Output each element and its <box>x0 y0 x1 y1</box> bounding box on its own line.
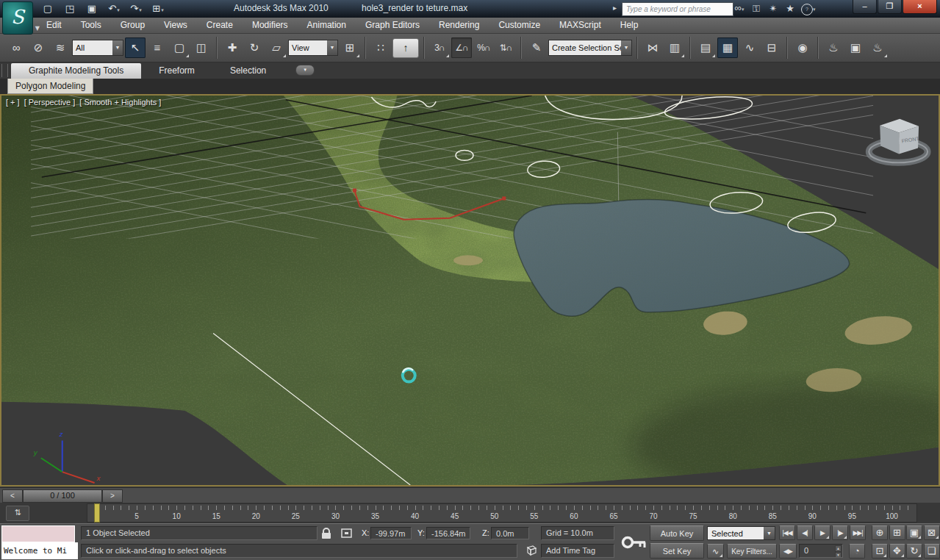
auto-key-button[interactable]: Auto Key <box>650 525 704 541</box>
open-mini-curve-editor-button[interactable]: ⇅ <box>6 506 29 521</box>
ribbon-grip-handle[interactable] <box>1 64 8 77</box>
go-to-start-button[interactable]: |◀◀ <box>779 525 795 540</box>
adaptive-degradation-cube-icon[interactable] <box>523 545 538 557</box>
z-coordinate-field[interactable]: 0.0m <box>491 527 529 539</box>
percent-snap-toggle[interactable]: %∩ <box>473 37 494 58</box>
ribbon-minimize-button[interactable]: ▼ <box>295 65 315 76</box>
minimize-button[interactable]: – <box>853 0 877 14</box>
region-zoom-button[interactable]: ⊡ <box>872 544 888 559</box>
viewport-general-menu[interactable]: [ + ] <box>6 98 20 107</box>
open-file-button[interactable]: ◳ <box>60 1 79 15</box>
zoom-all-button[interactable]: ⊞ <box>889 525 905 540</box>
snaps-toggle-3d[interactable]: 3∩ <box>429 37 450 58</box>
ribbon-tab-selection[interactable]: Selection <box>212 63 284 79</box>
ribbon-tab-graphite-modeling-tools[interactable]: Graphite Modeling Tools <box>11 63 141 79</box>
zoom-extents-button[interactable]: ▣ <box>906 525 922 540</box>
keyboard-shortcut-override-toggle[interactable]: ↑ <box>392 38 419 58</box>
new-file-button[interactable]: ▢ <box>38 1 57 15</box>
set-keys-button[interactable] <box>621 528 647 557</box>
select-object-button[interactable]: ↖ <box>125 37 146 58</box>
previous-frame-slider-button[interactable]: < <box>2 489 23 503</box>
window-crossing-toggle[interactable]: ◫ <box>191 37 212 58</box>
menu-group[interactable]: Group <box>111 18 154 33</box>
viewport-pov-menu[interactable]: [ Perspective ] <box>24 98 76 107</box>
application-menu-button[interactable]: S ▼ <box>2 1 33 35</box>
search-input[interactable] <box>622 2 733 16</box>
material-editor-button[interactable]: ◉ <box>792 37 813 58</box>
perspective-viewport[interactable]: z x y FRONT [ + ] [ Perspective ] [ Smoo… <box>0 94 940 487</box>
spinner-snap-toggle[interactable]: ⇅∩ <box>495 37 516 58</box>
tab-polygon-modeling[interactable]: Polygon Modeling <box>7 79 93 94</box>
redo-button[interactable]: ↷▾ <box>126 1 146 15</box>
next-frame-button[interactable]: |▶ <box>832 525 848 540</box>
rectangular-selection-region-button[interactable]: ▢ <box>169 37 190 58</box>
next-frame-slider-button[interactable]: > <box>102 489 123 503</box>
viewport-shading-menu[interactable]: [ Smooth + Highlights ] <box>79 98 161 107</box>
menu-maxscript[interactable]: MAXScript <box>550 18 611 33</box>
infocenter-arrow-icon[interactable]: ▸ <box>613 4 617 12</box>
current-frame-marker[interactable] <box>94 503 100 523</box>
play-button[interactable]: ▶ <box>814 525 830 540</box>
menu-views[interactable]: Views <box>154 18 197 33</box>
reference-coordinate-system-dropdown[interactable]: View▼ <box>288 40 338 56</box>
add-time-tag-field[interactable]: Add Time Tag <box>541 544 614 558</box>
undo-button[interactable]: ↶▾ <box>104 1 123 15</box>
select-and-scale-button[interactable]: ▱ <box>266 37 287 58</box>
menu-modifiers[interactable]: Modifiers <box>243 18 298 33</box>
menu-animation[interactable]: Animation <box>298 18 356 33</box>
align-button[interactable]: ▥ <box>664 37 685 58</box>
render-setup-button[interactable]: ♨ <box>823 37 844 58</box>
select-and-rotate-button[interactable]: ↻ <box>244 37 265 58</box>
layer-manager-button[interactable]: ▤ <box>695 37 716 58</box>
chevron-down-icon[interactable]: ▼ <box>764 527 775 539</box>
maximize-viewport-toggle[interactable]: ❏ <box>924 544 940 559</box>
schematic-view-button[interactable]: ⊟ <box>761 37 782 58</box>
menu-tools[interactable]: Tools <box>71 18 111 33</box>
frame-spinner[interactable]: ▲▼ <box>835 545 842 556</box>
use-pivot-point-center-button[interactable]: ⊞ <box>340 37 360 58</box>
orbit-button[interactable]: ↻ <box>906 544 922 559</box>
absolute-offset-mode-toggle[interactable] <box>340 527 354 539</box>
menu-rendering[interactable]: Rendering <box>429 18 489 33</box>
menu-graph-editors[interactable]: Graph Editors <box>356 18 429 33</box>
project-folder-button[interactable]: ⊞▾ <box>148 1 168 15</box>
current-frame-field[interactable]: 0 ▲▼ <box>799 544 843 558</box>
render-production-button[interactable]: ♨ <box>867 37 888 58</box>
graphite-modeling-tools-toggle[interactable]: ▦ <box>717 37 738 58</box>
communication-center-icon[interactable]: ✴ <box>767 2 779 15</box>
license-key-icon[interactable]: ⚿ <box>750 2 762 15</box>
key-filter-selection-dropdown[interactable]: Selected ▼ <box>707 526 775 540</box>
time-configuration-button[interactable]: ◔ <box>849 544 865 559</box>
angle-snap-toggle[interactable]: ∠∩ <box>451 37 472 58</box>
macro-recorder-pane[interactable] <box>1 525 75 542</box>
rendered-frame-window-button[interactable]: ▣ <box>845 37 866 58</box>
select-and-move-button[interactable]: ✚ <box>222 37 243 58</box>
viewport-canvas[interactable]: z x y FRONT <box>1 96 939 485</box>
curve-editor-button[interactable]: ∿ <box>739 37 760 58</box>
select-and-link-button[interactable]: ∞ <box>6 37 26 58</box>
set-key-button[interactable]: Set Key <box>650 543 704 559</box>
selection-filter-dropdown[interactable]: All▼ <box>72 40 123 56</box>
mirror-button[interactable]: ⋈ <box>642 37 663 58</box>
go-to-end-button[interactable]: ▶▶| <box>850 525 866 540</box>
select-by-name-button[interactable]: ≡ <box>147 37 168 58</box>
default-in-out-tangents-button[interactable]: ∿ <box>707 544 724 559</box>
menu-create[interactable]: Create <box>197 18 243 33</box>
menu-customize[interactable]: Customize <box>489 18 550 33</box>
favorites-star-icon[interactable]: ★ <box>784 2 796 15</box>
help-button[interactable]: ?▾ <box>801 1 816 16</box>
ribbon-tab-freeform[interactable]: Freeform <box>141 63 212 79</box>
pan-button[interactable]: ✥ <box>889 544 905 559</box>
bind-to-space-warp-button[interactable]: ≋ <box>50 37 71 58</box>
track-bar-ruler[interactable]: 0510152025303540455055606570758085909510… <box>87 503 917 523</box>
x-coordinate-field[interactable]: -99.97m <box>370 527 412 539</box>
maximize-button[interactable]: ❐ <box>878 0 902 14</box>
selection-lock-toggle[interactable] <box>320 527 332 539</box>
key-filters-button[interactable]: Key Filters... <box>727 544 777 559</box>
maxscript-mini-listener[interactable]: Welcome to Mi <box>1 542 78 559</box>
zoom-extents-all-button[interactable]: ⊠ <box>924 525 940 540</box>
select-and-manipulate-button[interactable]: ∷ <box>370 37 391 58</box>
menu-help[interactable]: Help <box>611 18 648 33</box>
edit-named-selection-sets-button[interactable]: ✎ <box>526 37 547 58</box>
menu-edit[interactable]: Edit <box>37 18 71 33</box>
